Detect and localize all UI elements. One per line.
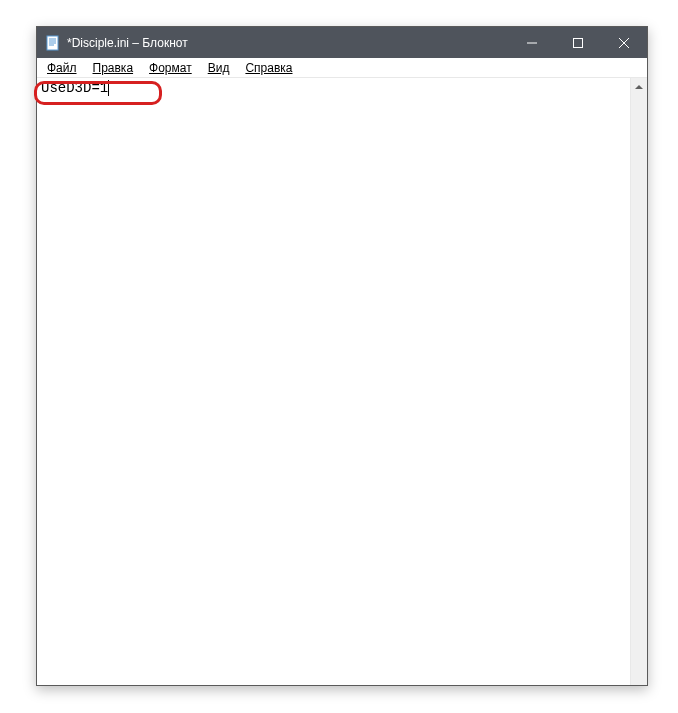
svg-marker-9 bbox=[635, 85, 643, 89]
minimize-button[interactable] bbox=[509, 27, 555, 58]
menubar: Файл Правка Формат Вид Справка bbox=[37, 58, 647, 78]
notepad-icon bbox=[45, 35, 61, 51]
menu-help[interactable]: Справка bbox=[237, 60, 300, 76]
text-editor[interactable]: UseD3D=1 bbox=[37, 78, 630, 685]
menu-view[interactable]: Вид bbox=[200, 60, 238, 76]
notepad-window: *Disciple.ini – Блокнот Файл Правка bbox=[36, 26, 648, 686]
content-area: UseD3D=1 bbox=[37, 78, 647, 685]
text-content: UseD3D=1 bbox=[41, 80, 108, 96]
menu-edit[interactable]: Правка bbox=[85, 60, 142, 76]
window-title: *Disciple.ini – Блокнот bbox=[67, 36, 509, 50]
close-button[interactable] bbox=[601, 27, 647, 58]
vertical-scrollbar[interactable] bbox=[630, 78, 647, 685]
window-controls bbox=[509, 27, 647, 58]
titlebar[interactable]: *Disciple.ini – Блокнот bbox=[37, 27, 647, 58]
menu-format[interactable]: Формат bbox=[141, 60, 200, 76]
text-cursor bbox=[108, 80, 109, 96]
svg-rect-6 bbox=[574, 38, 583, 47]
scroll-up-arrow[interactable] bbox=[631, 78, 647, 95]
maximize-button[interactable] bbox=[555, 27, 601, 58]
menu-file[interactable]: Файл bbox=[39, 60, 85, 76]
